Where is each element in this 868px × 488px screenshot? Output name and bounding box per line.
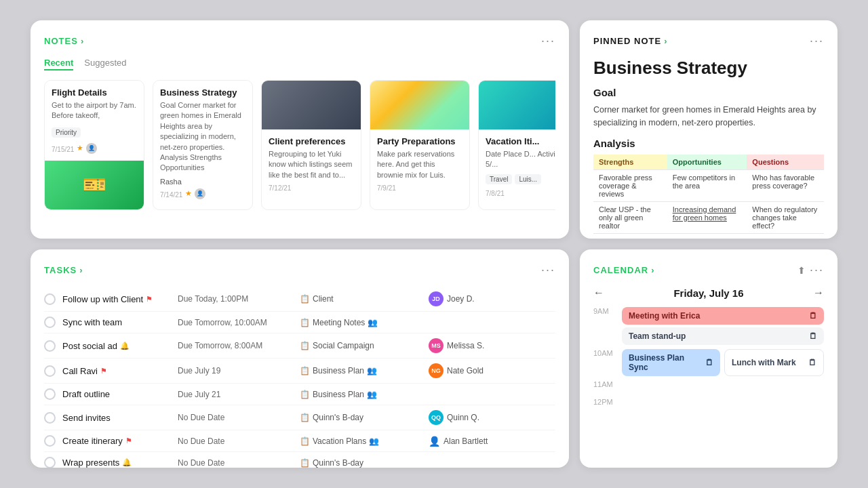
swot-cell-link[interactable]: Increasing demand for green homes (667, 201, 747, 233)
task-assignee: JD Joey D. (429, 291, 555, 306)
note-item[interactable]: Flight Details Get to the airport by 7am… (44, 80, 144, 210)
task-notebook: 📋 Social Campaign (300, 341, 422, 350)
task-notebook: 📋 Quinn's B-day (300, 458, 422, 468)
time-label-9am: 9AM (593, 307, 616, 315)
time-label-10am: 10AM (593, 349, 616, 357)
task-name: Send invites (62, 413, 171, 423)
task-checkbox[interactable] (44, 317, 56, 328)
pinned-title: PINNED NOTE › (593, 36, 668, 46)
note-item[interactable]: Vacation Iti... Date Place D... Activiti… (478, 80, 555, 210)
tab-suggested[interactable]: Suggested (84, 58, 126, 70)
task-checkbox[interactable] (44, 388, 56, 400)
event-business-plan-sync[interactable]: Business Plan Sync 🗒 (622, 349, 720, 376)
task-notebook: 📋 Client (300, 294, 422, 304)
time-slot-9am: 9AM Meeting with Erica 🗒 Team stand-up 🗒 (593, 307, 824, 345)
event-label: Lunch with Mark (732, 358, 796, 367)
time-slot-11am: 11AM (593, 380, 824, 394)
calendar-arrow-icon[interactable]: › (651, 265, 654, 275)
swot-cell: Can you expect more competition in the..… (747, 233, 824, 239)
task-name: Create itinerary ⚑ (62, 436, 171, 446)
calendar-menu-button[interactable]: ··· (810, 263, 824, 277)
calendar-next-button[interactable]: → (813, 287, 824, 299)
tasks-menu-button[interactable]: ··· (541, 263, 555, 277)
notes-arrow-icon[interactable]: › (81, 36, 84, 46)
notebook-icon: 📋 (300, 341, 310, 350)
bell-icon: 🔔 (122, 458, 132, 467)
task-row: Send invites No Due Date 📋 Quinn's B-day… (44, 405, 555, 430)
group-icon: 👥 (367, 390, 377, 399)
tab-recent[interactable]: Recent (44, 58, 73, 70)
task-name: Draft outline (62, 389, 171, 399)
swot-cell: Positive regulatory changes (667, 233, 747, 239)
notes-tabs: Recent Suggested (44, 58, 555, 70)
task-notebook: 📋 Business Plan 👥 (300, 390, 422, 399)
note-image-flight: 🎫 (45, 161, 144, 209)
note-text: Regrouping to let Yuki know which listin… (269, 149, 354, 180)
time-slot-10am: 10AM Business Plan Sync 🗒 Lunch with Mar… (593, 349, 824, 376)
note-item[interactable]: Party Preparations Make park reservation… (370, 80, 470, 210)
note-item[interactable]: Business Strategy Goal Corner market for… (153, 80, 253, 210)
note-tag-luis: Luis... (515, 174, 541, 184)
event-team-standup[interactable]: Team stand-up 🗒 (622, 327, 824, 345)
event-label: Meeting with Erica (629, 311, 700, 321)
task-due: Due Tomorrow, 8:00AM (178, 341, 293, 350)
note-item[interactable]: Client preferences Regrouping to let Yuk… (261, 80, 361, 210)
tasks-header: TASKS › ··· (44, 263, 555, 277)
notes-card: NOTES › ··· Recent Suggested Flight Deta… (31, 20, 569, 239)
avatar: NG (429, 363, 443, 378)
event-lunch-mark[interactable]: Lunch with Mark 🗒 (724, 349, 824, 376)
swot-cell: When do regulatory changes take effect? (747, 201, 824, 233)
pinned-arrow-icon[interactable]: › (664, 36, 667, 46)
pinned-menu-button[interactable]: ··· (810, 34, 824, 48)
event-note-icon: 🗒 (705, 358, 713, 367)
flag-icon: ⚑ (100, 367, 107, 375)
task-row: Wrap presents 🔔 No Due Date 📋 Quinn's B-… (44, 452, 555, 468)
event-note-icon: 🗒 (809, 311, 817, 321)
time-label-11am: 11AM (593, 380, 616, 388)
calendar-title: CALENDAR › (593, 265, 655, 275)
notes-header: NOTES › ··· (44, 34, 555, 48)
pinned-note-title: Business Strategy (593, 58, 824, 79)
analysis-label: Analysis (593, 138, 824, 149)
task-checkbox[interactable] (44, 412, 56, 424)
swot-cell: Favorable press coverage & reviews (593, 169, 667, 201)
task-due: Due Tomorrow, 10:00AM (178, 318, 293, 327)
task-row: Follow up with Client ⚑ Due Today, 1:00P… (44, 287, 555, 312)
notes-title: NOTES › (44, 36, 84, 46)
task-assignee: 👤 Alan Bartlett (429, 436, 555, 447)
task-checkbox[interactable] (44, 457, 56, 468)
flag-icon: ⚑ (146, 295, 153, 304)
star-icon: ★ (77, 144, 83, 152)
tasks-title: TASKS › (44, 265, 83, 275)
task-notebook: 📋 Meeting Notes 👥 (300, 318, 422, 327)
note-text: Get to the airport by 7am. Before takeof… (52, 100, 137, 121)
notebook-icon: 📋 (300, 390, 310, 399)
task-checkbox[interactable] (44, 435, 56, 447)
task-checkbox[interactable] (44, 293, 56, 305)
group-icon: 👥 (368, 318, 378, 327)
calendar-prev-button[interactable]: ← (593, 287, 604, 299)
note-title: Vacation Iti... (486, 136, 555, 146)
event-meeting-erica[interactable]: Meeting with Erica 🗒 (622, 307, 824, 325)
calendar-header: CALENDAR › ⬆ ··· (593, 263, 824, 277)
person-icon: 👤 (429, 436, 440, 447)
task-checkbox[interactable] (44, 365, 56, 377)
note-image-map (370, 81, 469, 129)
pinned-header: PINNED NOTE › ··· (593, 34, 824, 48)
task-assignee: MS Melissa S. (429, 338, 555, 353)
group-icon: 👥 (369, 436, 379, 446)
flag-icon: ⚑ (125, 436, 132, 445)
task-name: Wrap presents 🔔 (62, 458, 171, 468)
goal-text: Corner market for green homes in Emerald… (593, 104, 824, 129)
event-note-icon: 🗒 (809, 331, 817, 341)
notes-menu-button[interactable]: ··· (541, 34, 555, 48)
tasks-arrow-icon[interactable]: › (79, 265, 83, 275)
swot-header-strengths: Strengths (593, 155, 667, 170)
dashboard: NOTES › ··· Recent Suggested Flight Deta… (31, 20, 837, 468)
task-checkbox[interactable] (44, 340, 56, 352)
calendar-export-button[interactable]: ⬆ (797, 265, 806, 276)
swot-header-questions: Questions (747, 155, 824, 170)
task-due: Due July 21 (178, 390, 293, 399)
swot-cell: Background in net-zero properties (593, 233, 667, 239)
task-due: No Due Date (178, 436, 293, 446)
